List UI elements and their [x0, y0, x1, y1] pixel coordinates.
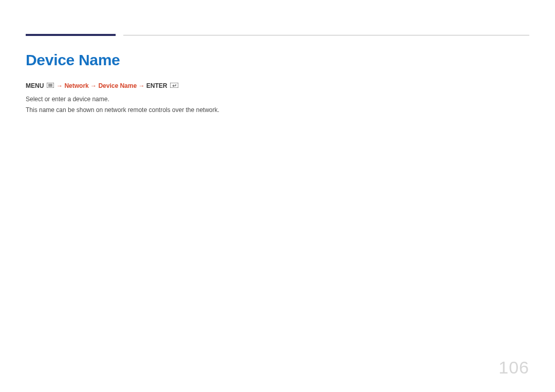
page-content: Device Name MENU → Network → Device Name… — [26, 51, 529, 117]
section-title: Device Name — [26, 51, 529, 69]
page-number: 106 — [498, 358, 529, 378]
body-text-line-2: This name can be shown on network remote… — [26, 105, 529, 115]
navigation-path: MENU → Network → Device Name → ENTER — [26, 82, 529, 90]
page-header — [26, 34, 529, 36]
body-text-line-1: Select or enter a device name. — [26, 95, 529, 104]
nav-enter-label: ENTER — [146, 82, 168, 89]
nav-arrow-2: → — [90, 82, 97, 89]
svg-rect-4 — [170, 83, 178, 88]
nav-path-network: Network — [64, 82, 88, 89]
nav-path-device-name: Device Name — [98, 82, 137, 89]
menu-icon — [47, 82, 54, 90]
nav-menu-label: MENU — [26, 82, 44, 89]
nav-arrow-3: → — [138, 82, 144, 89]
header-divider-line — [123, 35, 529, 35]
header-accent-bar — [26, 34, 116, 36]
nav-arrow-1: → — [57, 82, 63, 89]
enter-icon — [170, 82, 178, 90]
